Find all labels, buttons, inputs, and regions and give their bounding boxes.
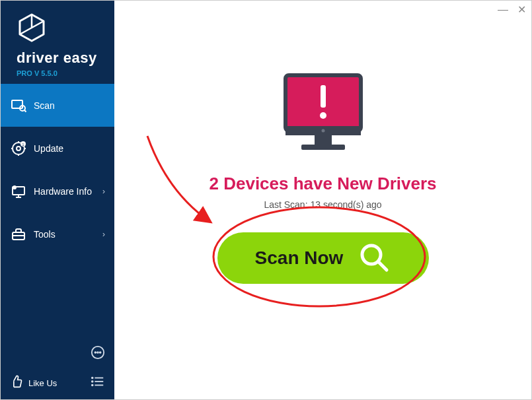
sidebar-item-scan[interactable]: Scan [1, 84, 114, 127]
chevron-right-icon: › [102, 230, 105, 239]
magnifier-icon [358, 241, 391, 276]
sidebar-bottom: Like Us [1, 366, 114, 399]
status-headline: 2 Devices have New Drivers [209, 174, 437, 194]
sidebar: driver easy PRO V 5.5.0 Scan [1, 1, 114, 399]
feedback-icon[interactable] [91, 345, 105, 362]
svg-point-20 [97, 352, 98, 353]
svg-point-35 [320, 112, 326, 119]
sidebar-item-update[interactable]: 1 Update [1, 127, 114, 170]
svg-rect-33 [301, 145, 345, 150]
svg-point-15 [13, 185, 17, 189]
like-us-label: Like Us [28, 378, 57, 388]
svg-point-19 [95, 352, 96, 353]
brand-version: PRO V 5.5.0 [17, 69, 114, 77]
svg-rect-32 [315, 135, 332, 145]
sidebar-item-label: Hardware Info [34, 186, 92, 197]
window-controls: — ✕ [498, 5, 526, 15]
main-panel: — ✕ 2 Devices have New Drivers Last Scan… [114, 1, 531, 399]
svg-point-25 [92, 381, 93, 382]
sidebar-item-label: Scan [34, 100, 55, 111]
scan-icon [10, 98, 27, 114]
monitor-gear-icon [10, 183, 27, 199]
svg-point-21 [100, 352, 101, 353]
sidebar-item-tools[interactable]: Tools › [1, 213, 114, 255]
last-scan-text: Last Scan: 13 second(s) ago [264, 199, 381, 210]
sidebar-item-label: Update [34, 143, 63, 154]
svg-rect-34 [321, 85, 326, 108]
brand-name: driver easy [17, 50, 114, 67]
brand-block: driver easy PRO V 5.5.0 [1, 1, 114, 84]
svg-point-31 [321, 129, 324, 133]
minimize-button[interactable]: — [498, 5, 508, 15]
sidebar-item-label: Tools [34, 229, 56, 240]
menu-list-icon[interactable] [91, 374, 105, 391]
svg-point-5 [17, 147, 20, 150]
svg-line-3 [24, 110, 26, 112]
close-button[interactable]: ✕ [517, 5, 526, 15]
brand-logo-icon [17, 13, 114, 46]
svg-point-23 [92, 378, 93, 379]
toolbox-icon [10, 226, 27, 242]
chevron-right-icon: › [102, 187, 105, 196]
gear-badge-icon: 1 [10, 141, 27, 156]
like-us-button[interactable]: Like Us [10, 375, 91, 391]
scan-now-label: Scan Now [255, 248, 344, 269]
alert-monitor-icon [274, 73, 373, 162]
scan-now-button[interactable]: Scan Now [217, 232, 429, 284]
sidebar-nav: Scan 1 Update [1, 84, 114, 345]
app-window: driver easy PRO V 5.5.0 Scan [0, 0, 532, 400]
thumbs-up-icon [10, 375, 23, 391]
sidebar-item-hardware-info[interactable]: Hardware Info › [1, 170, 114, 213]
svg-point-27 [92, 385, 93, 386]
svg-line-37 [379, 262, 387, 270]
